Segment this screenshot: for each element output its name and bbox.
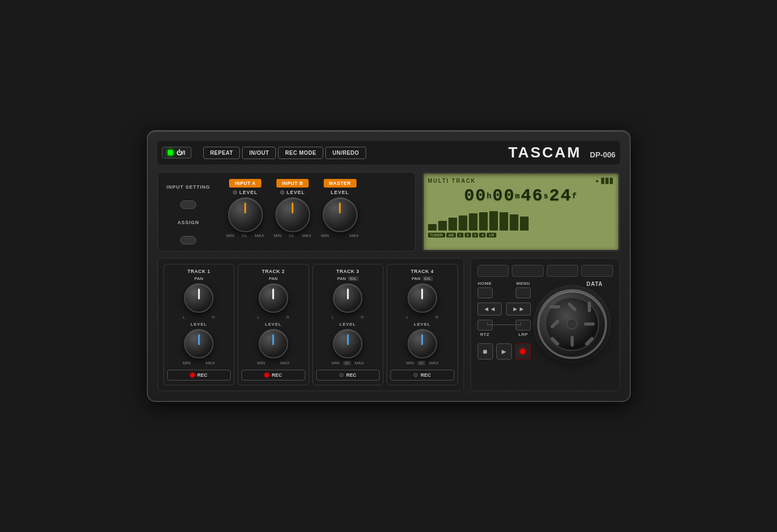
in-out-button[interactable]: IN/OUT	[242, 147, 276, 159]
master-max-label: MAX	[350, 233, 359, 238]
fn-button-1[interactable]	[477, 265, 509, 277]
stop-button[interactable]: ■	[477, 343, 493, 360]
track-1-rec-led	[190, 373, 195, 377]
input-b-knob[interactable]	[275, 197, 310, 232]
track-3-level-knob[interactable]	[333, 329, 362, 358]
track-1-column: TRACK 1 PAN L R LEVEL MIN MAX	[163, 264, 235, 385]
input-a-knob-wrap: MIN OL MAX	[226, 197, 264, 238]
input-a-button[interactable]: INPUT A	[229, 179, 261, 188]
input-section: INPUT SETTING ASSIGN INPUT A LEVEL	[158, 172, 416, 251]
time-h-unit: h	[487, 192, 492, 200]
master-knob-wrap: MIN MAX	[321, 197, 359, 238]
track-4-pan-row: PAN BAL	[411, 276, 433, 281]
display-mode-text: MULTI TRACK	[428, 178, 476, 184]
track-4-pan-knob[interactable]	[408, 283, 437, 313]
lrp-button[interactable]	[516, 320, 531, 330]
input-a-ol-led	[233, 190, 237, 195]
play-button[interactable]: ►	[496, 343, 512, 360]
display-bottom-label-5: 4	[479, 233, 486, 238]
track-4-rec-label: REC	[420, 372, 431, 378]
display-bottom-label-6: LR	[487, 233, 496, 238]
home-button[interactable]	[477, 287, 493, 298]
time-frames: 24	[549, 186, 572, 206]
top-bar: ⏻/I REPEAT IN/OUT REC MODE UN/REDO TASCA…	[158, 141, 620, 164]
rec-dot-icon: ●	[595, 178, 598, 184]
input-a-knob[interactable]	[228, 197, 263, 232]
track-1-title: TRACK 1	[187, 269, 210, 274]
input-b-min-label: MIN	[274, 233, 282, 238]
track-2-level-knob[interactable]	[259, 329, 288, 358]
rtz-button[interactable]	[477, 320, 493, 330]
home-label: HOME	[478, 281, 492, 286]
input-a-channel: INPUT A LEVEL MIN OL M	[226, 179, 264, 238]
menu-button[interactable]	[516, 287, 531, 298]
rew-icon: ◄◄	[483, 305, 496, 313]
controls-area: HOME MENU ◄◄ ►►	[471, 258, 620, 391]
home-group: HOME	[477, 281, 493, 298]
meter-bar-5	[479, 212, 488, 231]
track-4-pan-label: PAN	[411, 276, 420, 281]
track-1-min-label: MIN	[183, 361, 191, 365]
tracks-grid: TRACK 1 PAN L R LEVEL MIN MAX	[163, 264, 458, 385]
power-button[interactable]: ⏻/I	[162, 147, 191, 159]
repeat-button[interactable]: REPEAT	[203, 147, 240, 159]
data-tick-1	[550, 305, 560, 308]
track-1-level-label: LEVEL	[190, 322, 207, 327]
track-2-pan-knob[interactable]	[259, 283, 288, 313]
track-3-bal-badge: BAL	[348, 276, 358, 281]
track-1-pan-knob[interactable]	[184, 283, 213, 313]
track-2-minmax-labels: MIN MAX	[257, 361, 289, 365]
input-setting-button[interactable]	[180, 200, 196, 209]
time-hours: 00	[464, 186, 487, 206]
data-knob-label: DATA	[587, 281, 603, 287]
track-4-min-label: MIN	[406, 361, 414, 365]
lrp-label: LRP	[518, 332, 528, 337]
input-b-button[interactable]: INPUT B	[276, 179, 309, 188]
rec-transport-button[interactable]	[515, 343, 531, 360]
fn-button-3[interactable]	[547, 265, 579, 277]
track-1-pan-row: PAN	[195, 276, 203, 281]
rew-button[interactable]: ◄◄	[477, 303, 502, 315]
track-2-level-indicator	[273, 334, 274, 345]
track-4-l-label: L	[406, 315, 408, 320]
track-2-rec-button[interactable]: REC	[241, 370, 305, 380]
display-top: MULTI TRACK ● ▊▊▊	[428, 178, 614, 184]
track-2-rec-led	[265, 373, 269, 377]
ff-button[interactable]: ►►	[506, 303, 531, 315]
rec-mode-button[interactable]: REC MODE	[278, 147, 323, 159]
track-2-r-label: R	[286, 315, 289, 320]
track-3-lr-labels: L R	[332, 315, 364, 320]
data-tick-3	[588, 301, 591, 312]
track-1-level-knob[interactable]	[184, 329, 213, 358]
track-3-title: TRACK 3	[336, 269, 359, 274]
master-channel: MASTER LEVEL MIN MAX	[321, 179, 359, 238]
input-a-knob-indicator	[245, 203, 246, 213]
meter-bar-9	[520, 217, 529, 231]
lrp-group: LRP	[516, 320, 531, 337]
input-a-min-label: MIN	[226, 233, 234, 238]
stop-icon: ■	[483, 347, 487, 356]
data-knob[interactable]	[537, 289, 607, 359]
track-3-rec-button[interactable]: REC	[316, 370, 380, 380]
rec-transport-led	[520, 349, 525, 354]
track-3-min-label: MIN	[332, 361, 340, 365]
track-3-pan-knob[interactable]	[333, 283, 362, 313]
input-b-level-label: LEVEL	[287, 190, 305, 195]
meter-bar-3	[459, 215, 467, 231]
assign-button[interactable]	[180, 236, 196, 245]
track-4-level-knob[interactable]	[408, 329, 437, 358]
fn-button-4[interactable]	[581, 265, 613, 277]
track-1-rec-button[interactable]: REC	[167, 370, 231, 380]
track-1-pan-indicator	[198, 289, 199, 299]
fn-button-2[interactable]	[512, 265, 544, 277]
assign-label: ASSIGN	[167, 220, 211, 225]
tracks-area: TRACK 1 PAN L R LEVEL MIN MAX	[158, 258, 464, 391]
menu-group: MENU	[516, 281, 531, 298]
track-2-level-label: LEVEL	[265, 322, 282, 327]
un-redo-button[interactable]: UN/REDO	[325, 147, 366, 159]
data-tick-5	[584, 322, 595, 326]
time-f-unit: f	[572, 192, 578, 200]
master-knob[interactable]	[323, 197, 358, 232]
track-4-rec-button[interactable]: REC	[390, 370, 454, 380]
master-button[interactable]: MASTER	[324, 179, 357, 188]
